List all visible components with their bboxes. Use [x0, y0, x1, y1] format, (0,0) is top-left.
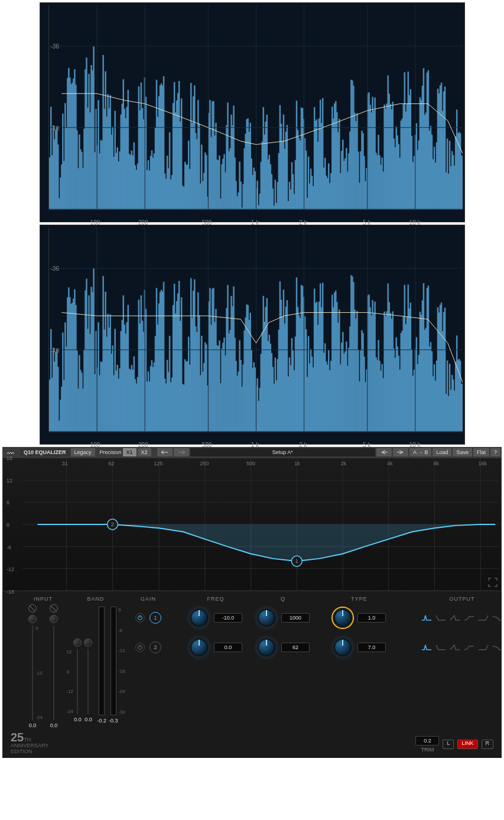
eq-freq-label: 125 — [154, 461, 162, 466]
channel-l-button[interactable]: L — [443, 740, 454, 749]
output-meter-scale-tick: -24 — [118, 689, 125, 694]
band2-number[interactable]: 2 — [149, 641, 161, 653]
band2-freq-knob[interactable] — [256, 637, 277, 657]
output-meter-left-value: -0.2 — [97, 718, 106, 724]
trim-value[interactable]: 0.2 — [415, 736, 439, 746]
output-gain-right[interactable]: 0.0 — [84, 604, 92, 728]
output-gain-left[interactable]: 120-12-24 0.0 — [73, 604, 82, 728]
freq-axis-label: 200 — [138, 442, 148, 448]
ab-compare-button[interactable]: A → B — [409, 448, 432, 456]
channel-r-button[interactable]: R — [482, 740, 494, 749]
expand-icon[interactable] — [488, 578, 498, 587]
band1-gain-value[interactable]: -10.0 — [214, 613, 242, 623]
band1-number[interactable]: 1 — [149, 612, 161, 624]
filter-type-0-icon[interactable] — [421, 644, 432, 651]
plugin-footer: 25TH ANNIVERSARYEDITION 0.2 TRIM L LINK … — [2, 731, 502, 758]
output-meter-scale-tick: -6 — [118, 628, 125, 633]
phase-right-icon[interactable] — [50, 604, 58, 612]
eq-freq-label: 31 — [62, 461, 68, 466]
output-gain-right-value: 0.0 — [84, 717, 92, 722]
band1-q-value[interactable]: 1.0 — [357, 613, 386, 623]
filter-type-1-icon[interactable] — [435, 644, 446, 651]
input-scale-tick: 0 — [35, 625, 43, 631]
band1-q-knob[interactable] — [333, 608, 353, 628]
band2-freq-value[interactable]: 62 — [281, 643, 310, 652]
output-meter-scale-tick: -12 — [118, 648, 125, 653]
eq-freq-label: 4k — [387, 461, 393, 466]
input-scale-tick: -12 — [35, 670, 43, 676]
svg-text:1: 1 — [295, 558, 299, 564]
input-left-thumb[interactable] — [28, 615, 37, 623]
load-button[interactable]: Load — [433, 448, 451, 456]
filter-type-4-icon[interactable] — [478, 644, 489, 651]
svg-rect-200 — [286, 125, 288, 209]
band2-gain-value[interactable]: 0.0 — [214, 643, 242, 652]
filter-type-4-icon[interactable] — [478, 614, 489, 621]
filter-type-2-icon[interactable] — [450, 614, 460, 621]
filter-type-5-icon[interactable] — [492, 614, 503, 621]
band2-q-value[interactable]: 7.0 — [357, 643, 386, 652]
preset-display[interactable]: Setup A* — [190, 448, 375, 456]
input-right-thumb[interactable] — [50, 615, 58, 623]
col-head-freq: FREQ — [183, 596, 248, 602]
help-button[interactable]: ? — [490, 448, 500, 456]
precision-label: Precision — [96, 448, 122, 456]
output-gain-scale-tick: 0 — [66, 669, 73, 675]
filter-type-3-icon[interactable] — [464, 644, 474, 651]
next-preset-button[interactable] — [393, 448, 408, 456]
filter-type-3-icon[interactable] — [464, 614, 474, 621]
eq-freq-label: 62 — [108, 461, 114, 466]
redo-button[interactable] — [174, 448, 189, 456]
eq-gain-label: 6 — [6, 500, 9, 505]
band2-type-selector — [403, 634, 504, 661]
legacy-button[interactable]: Legacy — [71, 448, 95, 456]
band2-gain-knob[interactable] — [189, 637, 209, 657]
output-meter-scale-tick: 0 — [118, 607, 125, 612]
output-meter-left: -0.2 — [97, 604, 106, 728]
freq-axis-label: 500 — [202, 442, 212, 448]
band1-freq-knob[interactable] — [256, 608, 277, 628]
filter-type-5-icon[interactable] — [492, 644, 503, 651]
eq-curve-display[interactable]: 12 31621252505001k2k4k8k16k181260-6-12-1… — [2, 458, 502, 591]
input-right-slider[interactable]: 0.0 — [50, 604, 58, 728]
eq-gain-label: -12 — [6, 566, 14, 572]
band2-toggle-cell: 2 — [116, 634, 181, 661]
spectrum-plot-before — [48, 5, 463, 210]
band2-power-button[interactable] — [135, 643, 145, 652]
eq-freq-label: 500 — [246, 461, 255, 466]
undo-button[interactable] — [157, 448, 173, 456]
precision-x2-button[interactable]: X2 — [138, 448, 151, 456]
filter-type-0-icon[interactable] — [421, 614, 432, 621]
output-gain-scale-tick: 12 — [66, 649, 73, 654]
input-scale-tick: -24 — [35, 715, 43, 720]
output-meter-right-value: -0.3 — [109, 718, 118, 724]
precision-x1-button[interactable]: X1 — [123, 448, 136, 456]
eq-gain-label: -18 — [6, 589, 14, 595]
save-button[interactable]: Save — [453, 448, 472, 456]
band1-power-button[interactable] — [135, 613, 145, 623]
band1-freq-value[interactable]: 1000 — [281, 613, 310, 623]
band2-q-knob[interactable] — [333, 637, 353, 657]
svg-text:2: 2 — [111, 521, 115, 527]
prev-preset-button[interactable] — [376, 448, 392, 456]
anniversary-logo: 25TH ANNIVERSARYEDITION — [11, 734, 48, 754]
phase-left-icon[interactable] — [28, 604, 37, 612]
svg-rect-161 — [240, 181, 242, 209]
filter-type-1-icon[interactable] — [435, 614, 446, 621]
flat-button[interactable]: Flat — [473, 448, 489, 456]
eq-gain-label: -6 — [6, 544, 11, 550]
output-right-thumb[interactable] — [84, 639, 92, 647]
output-section: 120-12-24 0.0 0.0 -0.2 0-6-12-18-24-30 -… — [78, 604, 113, 728]
channel-link-button[interactable]: LINK — [457, 740, 477, 749]
input-left-slider[interactable]: 0-12-24 0.0 — [28, 604, 37, 728]
svg-rect-175 — [256, 181, 258, 209]
eq-curve-svg[interactable]: 12 — [3, 458, 501, 591]
filter-type-2-icon[interactable] — [450, 644, 460, 651]
output-gain-left-value: 0.0 — [74, 717, 82, 722]
col-head-band: BAND — [78, 596, 113, 602]
spectrum-analyzer-before: 1002005001 k2 k5 k10 k -36-48 — [40, 2, 465, 222]
output-left-thumb[interactable] — [73, 639, 82, 647]
eq-gain-label: 0 — [6, 522, 9, 528]
plugin-titlebar: Q10 EQUALIZER Legacy Precision X1 X2 Set… — [2, 447, 502, 458]
band1-gain-knob[interactable] — [189, 608, 209, 628]
